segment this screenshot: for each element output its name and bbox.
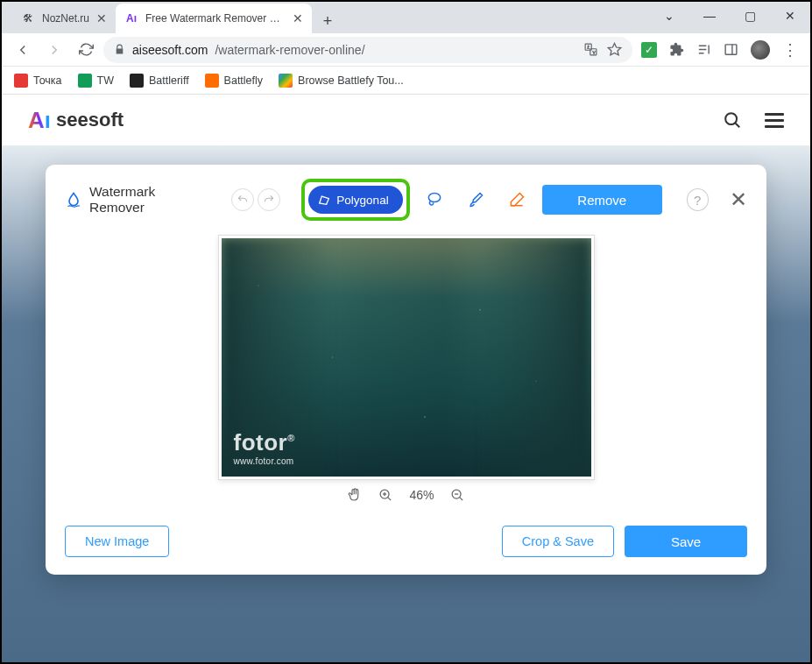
svg-marker-7 [320,196,329,204]
bookmark-label: Battleriff [149,74,189,87]
address-bar-row: aiseesoft.com/watermark-remover-online/ … [2,33,810,67]
watermark-remover-modal: Watermark Remover Polygonal [46,165,766,575]
close-modal-button[interactable]: ✕ [730,187,747,212]
logo-mark: Aı [28,107,51,134]
bookmark-label: Battlefly [224,74,263,87]
bookmark-battlefy[interactable]: Browse Battlefy Tou... [279,74,404,88]
remove-label: Remove [577,193,626,208]
logo-text: seesoft [56,109,124,131]
bookmark-label: TW [97,74,114,87]
new-tab-button[interactable]: + [315,9,340,33]
svg-rect-3 [725,45,737,54]
site-logo[interactable]: Aıseesoft [28,107,124,134]
brush-tool-button[interactable] [460,186,492,214]
zoom-value: 46% [409,488,434,502]
modal-footer: New Image Crop & Save Save [65,526,747,557]
profile-avatar[interactable] [751,40,770,60]
polygonal-tool-button[interactable]: Polygonal [308,186,402,214]
browser-tab-noznet[interactable]: 🛠 NozNet.ru ✕ [12,4,116,33]
crop-save-label: Crop & Save [522,534,594,548]
star-icon[interactable] [607,42,622,57]
bookmark-icon [130,74,144,88]
maximize-button[interactable]: ▢ [730,2,770,30]
extensions-puzzle-icon[interactable] [669,42,684,57]
close-icon[interactable]: ✕ [293,11,303,25]
bookmark-tw[interactable]: TW [78,74,114,88]
chevron-down-icon[interactable]: ⌄ [649,2,689,30]
tab-title: Free Watermark Remover – Erase [145,12,286,25]
remove-button[interactable]: Remove [542,185,662,215]
bookmarks-bar: Точка TW Battleriff Battlefly Browse Bat… [2,67,810,95]
window-titlebar: 🛠 NozNet.ru ✕ Aı Free Watermark Remover … [2,2,810,33]
kebab-menu-icon[interactable]: ⋮ [782,40,798,60]
bookmark-icon [205,74,219,88]
bookmark-tochka[interactable]: Точка [14,74,62,88]
new-image-button[interactable]: New Image [65,526,169,557]
zoom-in-button[interactable] [378,488,393,503]
search-icon[interactable] [723,110,742,130]
bookmark-icon [78,74,92,88]
polygonal-label: Polygonal [336,194,388,207]
zoom-out-button[interactable] [450,488,465,503]
header-actions [723,110,784,130]
forward-button[interactable] [40,36,68,64]
translate-icon[interactable] [583,42,598,57]
bookmark-icon [279,74,293,88]
image-canvas[interactable]: fotor® www.fotor.com [218,235,595,480]
reading-list-icon[interactable] [696,42,711,57]
url-path: /watermark-remover-online/ [215,43,364,57]
svg-line-15 [459,497,462,500]
save-label: Save [671,534,701,549]
aiseesoft-favicon-icon: Aı [124,11,138,25]
watermark-url: www.fotor.com [234,456,295,466]
zoom-controls: 46% [65,487,747,503]
polygonal-highlight: Polygonal [301,179,409,221]
crop-save-button[interactable]: Crop & Save [502,526,614,557]
checkmark-extension-icon[interactable]: ✓ [641,42,657,58]
bookmark-battleriff[interactable]: Battleriff [130,74,189,88]
extension-icons: ✓ ⋮ [636,40,803,60]
loaded-image: fotor® www.fotor.com [222,238,591,477]
app-title: Watermark Remover [65,184,210,215]
svg-marker-2 [608,43,620,54]
undo-redo-group [231,188,280,211]
minimize-button[interactable]: — [689,2,730,30]
svg-line-6 [736,124,740,128]
browser-tab-watermark[interactable]: Aı Free Watermark Remover – Erase ✕ [116,4,312,33]
url-domain: aiseesoft.com [132,43,208,57]
bookmark-icon [14,74,28,88]
bookmark-label: Точка [33,74,62,87]
new-image-label: New Image [85,534,149,548]
eraser-tool-button[interactable] [501,186,533,214]
save-button[interactable]: Save [625,526,747,557]
bookmark-label: Browse Battlefy Tou... [298,74,404,87]
editor-toolbar: Watermark Remover Polygonal [65,180,747,219]
hamburger-menu-icon[interactable] [765,113,784,128]
lasso-tool-button[interactable] [419,186,451,214]
page-content: Aıseesoft Watermark Remover [2,95,810,664]
svg-point-8 [429,194,441,202]
wrench-icon: 🛠 [21,11,35,25]
app-title-text: Watermark Remover [89,184,210,215]
redo-button[interactable] [258,188,280,211]
tab-title: NozNet.ru [42,12,89,25]
undo-button[interactable] [231,188,254,211]
help-button[interactable]: ? [687,188,709,211]
window-controls: ⌄ — ▢ ✕ [649,2,810,33]
browser-tabs: 🛠 NozNet.ru ✕ Aı Free Watermark Remover … [12,4,340,33]
site-header: Aıseesoft [2,95,810,145]
close-icon[interactable]: ✕ [96,11,107,25]
water-drop-icon [65,191,82,208]
reload-button[interactable] [72,36,100,64]
url-bar[interactable]: aiseesoft.com/watermark-remover-online/ [103,37,632,63]
address-bar-actions [583,42,622,57]
lock-icon [114,44,125,55]
back-button[interactable] [9,36,37,64]
watermark-brand: fotor [234,429,288,456]
svg-line-11 [388,497,392,500]
close-window-button[interactable]: ✕ [770,2,810,30]
svg-point-5 [725,113,737,124]
bookmark-battlefly[interactable]: Battlefly [205,74,263,88]
side-panel-icon[interactable] [724,42,738,57]
pan-hand-icon[interactable] [347,487,363,503]
